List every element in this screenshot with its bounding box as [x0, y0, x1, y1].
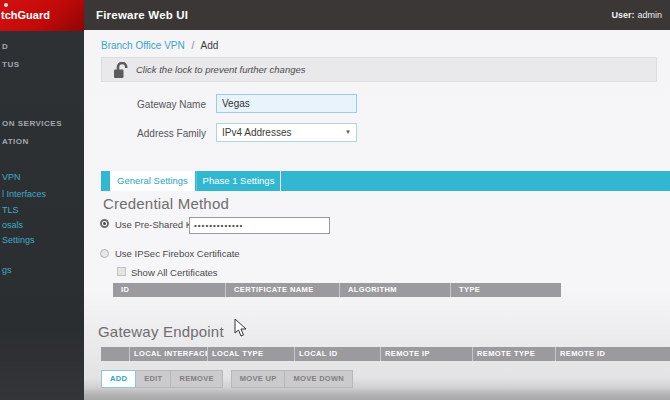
sidebar-item-settings[interactable]: gs	[0, 265, 12, 275]
col-local-type: LOCAL TYPE	[208, 347, 295, 361]
col-remote-id: REMOTE ID	[556, 347, 670, 361]
use-pre-shared-key-radio[interactable]	[100, 219, 109, 228]
gateway-endpoint-heading: Gateway Endpoint	[98, 323, 224, 340]
address-family-select[interactable]: IPv4 Addresses ▼	[216, 123, 357, 142]
breadcrumb: Branch Office VPN / Add	[101, 40, 218, 51]
sidebar-item-dashboard[interactable]: D	[0, 42, 8, 51]
move-down-button[interactable]: MOVE DOWN	[285, 370, 353, 388]
sidebar-nav: D TUS ON SERVICES ATION VPN l Interfaces…	[0, 30, 84, 400]
gateway-name-input[interactable]	[216, 94, 357, 113]
col-blank	[101, 347, 130, 361]
sidebar-item-branch-office-vpn[interactable]: VPN	[0, 172, 21, 182]
col-id: ID	[113, 283, 226, 297]
bottom-fade	[84, 388, 670, 400]
chevron-down-icon: ▼	[345, 124, 351, 141]
breadcrumb-current-page: Add	[201, 40, 219, 51]
button-gap	[223, 370, 231, 388]
edit-button[interactable]: EDIT	[136, 370, 171, 388]
col-remote-ip: REMOTE IP	[381, 347, 473, 361]
use-ipsec-certificate-label: Use IPSec Firebox Certificate	[115, 248, 240, 259]
gateway-endpoint-table-header: LOCAL INTERFACE LOCAL TYPE LOCAL ID REMO…	[101, 347, 670, 361]
sidebar-item-virtual-interfaces[interactable]: l Interfaces	[0, 189, 46, 199]
col-algorithm: ALGORITHM	[340, 283, 451, 297]
col-local-id: LOCAL ID	[295, 347, 381, 361]
sidebar-item-system-status[interactable]: TUS	[0, 60, 20, 69]
sidebar-item-shared-settings[interactable]: Settings	[0, 235, 35, 245]
address-family-value: IPv4 Addresses	[222, 127, 291, 138]
sidebar-item-proposals[interactable]: osals	[0, 220, 23, 230]
main-content: Branch Office VPN / Add Click the lock t…	[84, 30, 670, 400]
endpoint-button-row: ADD EDIT REMOVE MOVE UP MOVE DOWN	[101, 370, 353, 388]
address-family-label: Address Family	[94, 128, 206, 139]
show-all-certificates-checkbox[interactable]	[117, 267, 126, 276]
remove-button[interactable]: REMOVE	[171, 370, 222, 388]
watchguard-logo: tchGuard	[0, 0, 84, 31]
lock-banner: Click the lock to prevent further change…	[101, 57, 657, 82]
tab-bar: General Settings Phase 1 Settings	[101, 171, 670, 191]
brand-text: tchGuard	[1, 9, 50, 21]
use-ipsec-certificate-radio[interactable]	[100, 249, 109, 258]
user-name: admin	[637, 10, 662, 20]
tab-phase1-settings[interactable]: Phase 1 Settings	[196, 171, 281, 191]
credential-method-heading: Credential Method	[103, 195, 229, 212]
add-button[interactable]: ADD	[101, 370, 136, 388]
col-local-interface: LOCAL INTERFACE	[130, 347, 208, 361]
user-info: User:admin	[611, 0, 662, 30]
sidebar-item-tls[interactable]: TLS	[0, 205, 19, 215]
top-bar: tchGuard Fireware Web UI User:admin	[0, 0, 670, 30]
breadcrumb-branch-office-vpn-link[interactable]: Branch Office VPN	[101, 40, 185, 51]
sidebar-item-authentication[interactable]: ATION	[0, 137, 29, 146]
col-type: TYPE	[451, 283, 561, 297]
pre-shared-key-input[interactable]	[189, 217, 330, 234]
col-remote-type: REMOTE TYPE	[473, 347, 556, 361]
move-up-button[interactable]: MOVE UP	[231, 370, 286, 388]
gateway-name-label: Gateway Name	[94, 99, 206, 110]
mouse-cursor	[234, 318, 247, 337]
col-certificate-name: CERTIFICATE NAME	[226, 283, 340, 297]
lock-message: Click the lock to prevent further change…	[136, 58, 306, 82]
user-label: User:	[611, 10, 634, 20]
sidebar-item-subscription-services[interactable]: ON SERVICES	[0, 119, 62, 128]
tab-general-settings[interactable]: General Settings	[110, 171, 195, 191]
show-all-certificates-label: Show All Certificates	[131, 267, 218, 278]
logo-mark-icon	[4, 3, 8, 7]
certificates-table-header: ID CERTIFICATE NAME ALGORITHM TYPE	[113, 283, 561, 297]
app-title: Fireware Web UI	[96, 0, 188, 30]
breadcrumb-separator: /	[192, 40, 195, 51]
unlock-icon[interactable]	[111, 62, 133, 79]
